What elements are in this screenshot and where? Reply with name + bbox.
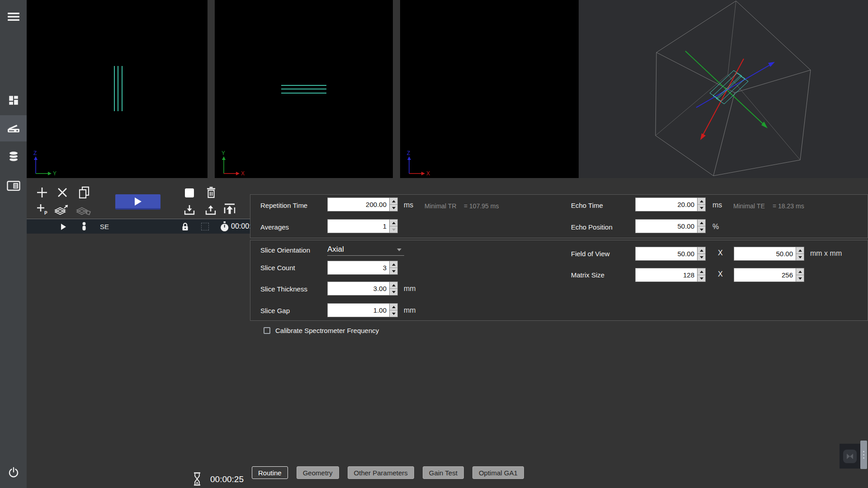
field-of-view-x-value[interactable]: 50.00: [677, 250, 694, 258]
tab-routine[interactable]: Routine: [252, 466, 288, 479]
spin-up-icon[interactable]: [698, 220, 705, 226]
selection-box-icon[interactable]: [201, 223, 209, 230]
spin-up-icon[interactable]: [796, 247, 804, 254]
sidebar-item-registration[interactable]: [0, 173, 27, 199]
download-button[interactable]: [183, 204, 196, 219]
trash-icon: [205, 186, 217, 199]
slice-count-field[interactable]: 3: [327, 261, 398, 275]
echo-time-spinner[interactable]: [697, 197, 706, 211]
vertical-axis-label: Z: [33, 151, 37, 156]
spin-up-icon[interactable]: [390, 304, 397, 310]
tab-gain-test[interactable]: Gain Test: [423, 466, 464, 479]
matrix-size-x-value[interactable]: 128: [683, 271, 694, 279]
repetition-time-field[interactable]: 200.00: [327, 197, 398, 211]
handle-dot-icon: [863, 451, 864, 452]
slice-gap-spinner[interactable]: [389, 303, 398, 317]
layers-edit-button[interactable]: [75, 204, 91, 219]
sidebar-item-dashboard[interactable]: [0, 87, 27, 113]
matrix-size-y-field[interactable]: 256: [734, 268, 804, 282]
matrix-size-x-spinner[interactable]: [697, 268, 706, 282]
spin-up-icon[interactable]: [698, 247, 705, 254]
viewport-zx[interactable]: Z X: [400, 0, 579, 178]
slice-thickness-field[interactable]: 3.00: [327, 282, 398, 296]
stopwatch-icon: [219, 221, 230, 232]
spin-down-icon[interactable]: [698, 226, 705, 233]
menu-button[interactable]: [0, 4, 27, 30]
add-protocol-button[interactable]: P: [36, 203, 48, 217]
spin-up-icon[interactable]: [698, 268, 705, 275]
spin-down-icon[interactable]: [698, 275, 705, 282]
spin-up-icon[interactable]: [390, 282, 397, 289]
spin-down-icon[interactable]: [390, 289, 397, 295]
slice-gap-value[interactable]: 1.00: [373, 306, 387, 314]
echo-position-field[interactable]: 50.00: [635, 219, 706, 233]
corner-widget[interactable]: [840, 444, 860, 469]
slice-thickness-spinner[interactable]: [389, 282, 398, 296]
vertical-axis-label: Y: [222, 151, 225, 156]
spin-down-icon[interactable]: [390, 310, 397, 317]
spin-down-icon[interactable]: [796, 254, 804, 260]
power-button[interactable]: [0, 459, 27, 485]
viewport-zy[interactable]: Z Y: [27, 0, 208, 178]
matrix-size-y-value[interactable]: 256: [782, 271, 793, 279]
field-of-view-y-value[interactable]: 50.00: [776, 250, 793, 258]
averages-value[interactable]: 1: [383, 222, 387, 230]
close-button[interactable]: [57, 187, 68, 200]
echo-time-value[interactable]: 20.00: [677, 201, 694, 208]
echo-time-field[interactable]: 20.00: [635, 197, 706, 211]
matrix-size-y-spinner[interactable]: [796, 268, 804, 282]
field-of-view-x-field[interactable]: 50.00: [635, 247, 706, 261]
repetition-time-value[interactable]: 200.00: [366, 201, 387, 208]
slice-line: [281, 85, 326, 86]
slice-count-value[interactable]: 3: [383, 264, 387, 272]
spin-up-icon[interactable]: [390, 220, 397, 226]
spin-down-icon[interactable]: [796, 275, 804, 282]
field-of-view-x-spinner[interactable]: [697, 247, 706, 261]
tab-optimal-ga1[interactable]: Optimal GA1: [472, 466, 524, 479]
matrix-size-x-field[interactable]: 128: [635, 268, 706, 282]
slice-gap-field[interactable]: 1.00: [327, 303, 398, 317]
averages-spinner[interactable]: [389, 219, 398, 233]
sidebar: [0, 0, 27, 488]
spin-down-icon[interactable]: [390, 205, 397, 211]
upload-to-top-button[interactable]: [222, 202, 237, 219]
calibrate-frequency-label: Calibrate Spectrometer Frequency: [275, 327, 379, 334]
corner-drag-handle[interactable]: [860, 441, 867, 469]
spin-up-icon[interactable]: [698, 198, 705, 205]
sidebar-item-database[interactable]: [0, 143, 27, 169]
sidebar-item-scanner[interactable]: [0, 115, 27, 141]
spin-down-icon[interactable]: [390, 268, 397, 274]
tab-geometry[interactable]: Geometry: [297, 466, 339, 479]
field-of-view-y-field[interactable]: 50.00: [734, 247, 804, 261]
echo-position-value[interactable]: 50.00: [677, 222, 694, 230]
viewport-yx[interactable]: Y X: [215, 0, 393, 178]
stop-button[interactable]: [185, 188, 194, 197]
sequence-play-icon[interactable]: [61, 224, 66, 230]
run-sequence-button[interactable]: [115, 194, 160, 210]
horizontal-axis-label: X: [426, 170, 430, 177]
sequence-row[interactable]: SE 00:00:25: [27, 219, 250, 234]
spin-up-icon[interactable]: [390, 261, 397, 268]
checkbox-icon[interactable]: [264, 327, 270, 334]
calibrate-frequency-option[interactable]: Calibrate Spectrometer Frequency: [264, 327, 379, 334]
horizontal-axis-label: X: [241, 170, 245, 177]
delete-button[interactable]: [205, 186, 217, 201]
slice-count-spinner[interactable]: [389, 261, 398, 275]
slice-thickness-value[interactable]: 3.00: [373, 285, 387, 292]
power-icon: [8, 466, 19, 478]
echo-position-spinner[interactable]: [697, 219, 706, 233]
spin-up-icon[interactable]: [796, 268, 804, 275]
upload-button[interactable]: [204, 204, 217, 219]
field-of-view-y-spinner[interactable]: [796, 247, 804, 261]
viewport-3d[interactable]: [579, 0, 868, 178]
layers-export-button[interactable]: [53, 203, 70, 218]
averages-field[interactable]: 1: [327, 219, 398, 233]
tab-other-parameters[interactable]: Other Parameters: [348, 466, 414, 479]
copy-button[interactable]: [78, 186, 90, 201]
slice-orientation-dropdown[interactable]: Axial: [327, 243, 404, 256]
repetition-time-spinner[interactable]: [389, 197, 398, 211]
spin-down-icon[interactable]: [698, 205, 705, 211]
spin-down-icon[interactable]: [698, 254, 705, 260]
spin-up-icon[interactable]: [390, 198, 397, 205]
add-button[interactable]: [36, 186, 48, 201]
